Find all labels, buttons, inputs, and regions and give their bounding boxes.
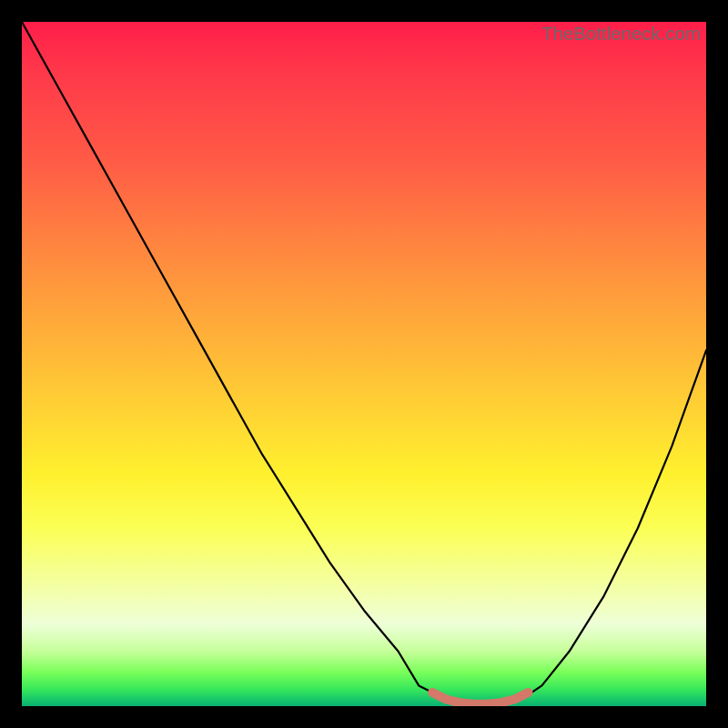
attribution-label: TheBottleneck.com (541, 24, 701, 45)
chart-frame: TheBottleneck.com (0, 0, 728, 728)
chart-svg (22, 22, 706, 706)
plot-area: TheBottleneck.com (22, 22, 706, 706)
optimal-marker-path (432, 693, 528, 704)
bottleneck-curve-path (22, 22, 706, 706)
